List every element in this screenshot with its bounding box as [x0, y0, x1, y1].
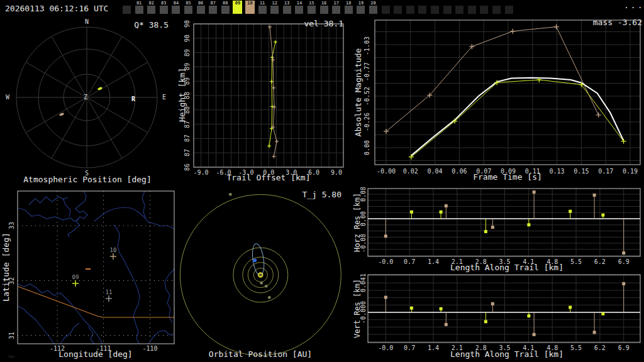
frame-button-trail-28[interactable]: [467, 1, 477, 14]
frame-button-06[interactable]: 06: [196, 1, 206, 14]
panel-trail-offset: [176, 18, 352, 186]
frame-button-label: 11: [258, 1, 267, 5]
frame-button-label: 18: [344, 1, 353, 5]
frame-button-swatch: [320, 6, 328, 14]
horz_res-xtick: 6.2: [594, 259, 606, 265]
frame-button-lead-0[interactable]: [122, 1, 131, 14]
vert_res-xtick: -0.0: [378, 345, 393, 351]
map-marker-label: 10: [110, 248, 117, 253]
magnitude-ytick: 0.00: [364, 140, 370, 155]
horz_res-xtick: 1.4: [428, 259, 439, 265]
frame-button-trail-22[interactable]: [393, 1, 402, 14]
magnitude-xtick: 0.02: [403, 168, 418, 175]
frame-button-07[interactable]: 07: [208, 1, 218, 14]
frame-button-13[interactable]: 13: [282, 1, 292, 14]
frame-button-trail-31[interactable]: [504, 1, 514, 14]
frame-button-trail-30[interactable]: [492, 1, 501, 14]
vert_res-ytick: -0.000: [360, 301, 367, 324]
magnitude-xtick: 0.06: [452, 168, 467, 175]
vert_res-xtick: 0.7: [404, 345, 415, 351]
frame-button-trail-26[interactable]: [443, 1, 452, 14]
map-xtick: -110: [142, 346, 157, 352]
frame-button-swatch: [431, 6, 439, 14]
trail-ytick: 89: [184, 77, 191, 85]
app-root: 20260113 06:12:16 UTC 010203040506070809…: [0, 0, 644, 362]
magnitude-ylabel: Absolute Magnitude: [354, 48, 362, 137]
trail-xtick: -6.0: [216, 170, 231, 176]
horz_res-ytick: 0.00: [360, 211, 367, 226]
frame-button-label: 10: [245, 1, 255, 5]
frame-button-label: [406, 1, 415, 5]
frame-button-trail-21[interactable]: [381, 1, 391, 14]
frame-button-label: 17: [331, 1, 341, 5]
frame-button-11[interactable]: 11: [258, 1, 267, 14]
magnitude-xtick: 0.13: [550, 168, 565, 175]
magnitude-ytick: -0.52: [364, 87, 370, 106]
vert_res-xtick: 1.4: [428, 345, 439, 351]
vert_res-xtick: 2.8: [475, 345, 487, 351]
frame-button-trail-24[interactable]: [418, 1, 427, 14]
magnitude-xtick: 0.07: [476, 168, 491, 175]
frame-button-label: 14: [294, 1, 304, 5]
trail-ytick: 89: [184, 49, 191, 57]
panel-ground-map: [0, 186, 176, 362]
frame-button-02[interactable]: 02: [147, 1, 156, 14]
frame-button-01[interactable]: 01: [135, 1, 144, 14]
frame-button-19[interactable]: 19: [356, 1, 365, 14]
frame-button-12[interactable]: 12: [270, 1, 279, 14]
magnitude-ytick: -1.03: [364, 36, 370, 55]
frame-button-swatch: [382, 6, 390, 14]
frame-button-09[interactable]: 09: [233, 1, 242, 14]
trail-xtick: 3.0: [286, 170, 297, 176]
q-star-readout: Q* 38.5: [134, 21, 169, 29]
frame-button-label: [381, 1, 391, 5]
frame-button-swatch: [455, 6, 464, 14]
frame-button-04[interactable]: 04: [171, 1, 180, 14]
frame-button-swatch: [123, 6, 131, 14]
frame-button-trail-25[interactable]: [430, 1, 440, 14]
frame-button-label: [393, 1, 402, 5]
frame-button-swatch: [369, 6, 377, 14]
frame-button-18[interactable]: 18: [344, 1, 353, 14]
frame-button-swatch: [505, 6, 513, 14]
frame-button-label: 04: [171, 1, 180, 5]
trail-ytick: 90: [184, 35, 191, 42]
frame-button-swatch: [184, 6, 192, 14]
horz_res-xtick: 0.7: [404, 259, 415, 265]
map-xtick: -111: [96, 346, 111, 352]
mass-readout: mass -3.62: [593, 18, 642, 26]
frame-button-08[interactable]: 08: [221, 1, 230, 14]
frame-button-14[interactable]: 14: [294, 1, 304, 14]
horz_res-ytick: 0.08: [360, 187, 367, 202]
frame-button-label: 12: [270, 1, 279, 5]
frame-button-label: 19: [356, 1, 365, 5]
frame-button-trail-23[interactable]: [406, 1, 415, 14]
frame-button-03[interactable]: 03: [159, 1, 169, 14]
frame-button-swatch: [492, 6, 501, 14]
menu-ellipsis-button[interactable]: ...: [624, 1, 644, 9]
panel-orbital-position: [176, 186, 352, 362]
panel-atmospheric-position: [0, 18, 176, 186]
frame-button-trail-27[interactable]: [455, 1, 464, 14]
compass-east-label: E: [162, 94, 166, 101]
magnitude-xtick: 0.11: [525, 168, 540, 175]
map-ytick: 33: [9, 222, 15, 229]
frame-button-05[interactable]: 05: [184, 1, 193, 14]
horz_res-xtick: 6.9: [618, 259, 630, 265]
magnitude-ytick: -0.26: [364, 112, 370, 131]
frame-button-15[interactable]: 15: [307, 1, 316, 14]
frame-button-17[interactable]: 17: [331, 1, 341, 14]
magnitude-ytick: -0.77: [364, 62, 370, 81]
frame-button-16[interactable]: 16: [319, 1, 329, 14]
vert_res-ytick: 0.041: [360, 273, 367, 292]
frame-button-trail-29[interactable]: [479, 1, 489, 14]
trail-ytick: 87: [184, 149, 191, 156]
horz_res-xtick: 5.5: [570, 259, 582, 265]
frame-button-10[interactable]: 10: [245, 1, 255, 14]
vert_res-xtick: 2.1: [452, 345, 463, 351]
frame-button-swatch: [233, 6, 242, 14]
frame-button-label: [418, 1, 427, 5]
magnitude-xtick: -0.00: [377, 168, 396, 175]
frame-button-20[interactable]: 20: [369, 1, 378, 14]
frame-button-label: 20: [369, 1, 378, 5]
